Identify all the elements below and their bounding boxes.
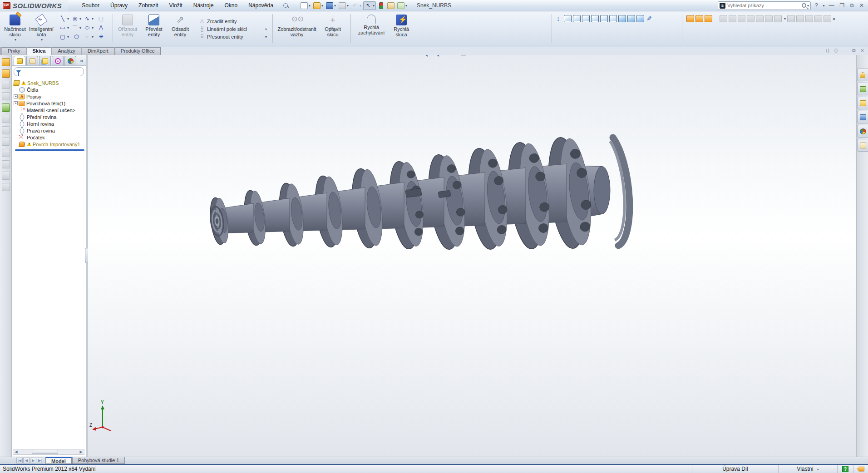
ellipse-icon[interactable]: ⬭ — [84, 25, 90, 31]
undo-button[interactable]: ↶▾ — [350, 2, 362, 10]
planar-surface-icon[interactable] — [2, 138, 10, 146]
cascade-button[interactable]: ⧉ — [848, 2, 855, 9]
rebuild-button[interactable] — [377, 2, 385, 10]
view-iso-icon[interactable] — [618, 15, 626, 22]
quick-snaps-button[interactable]: Rychlá zachytávání — [353, 13, 390, 45]
new-document-button[interactable]: ▾ — [300, 2, 311, 10]
scroll-right-icon[interactable]: ▶ — [78, 450, 84, 454]
close-button[interactable]: ✕ — [858, 2, 865, 9]
model-tab-model[interactable]: Model — [45, 457, 72, 464]
knit-surface-icon[interactable] — [2, 172, 10, 180]
point-icon[interactable]: ✳ — [98, 34, 104, 40]
last-tab-icon[interactable]: ▶| — [37, 458, 43, 463]
smart-dimension-button[interactable]: Inteligentní kóta ▾ — [28, 13, 54, 45]
tree-item-prav-rovina[interactable]: Pravá rovina — [14, 127, 86, 134]
quick-tips-icon[interactable]: ? — [842, 466, 848, 472]
model-tab-pohybová-studie-1[interactable]: Pohybová studie 1 — [72, 457, 125, 464]
prev-tab-icon[interactable]: ◀ — [23, 458, 30, 463]
tree-item-horn-rovina[interactable]: Horní rovina — [14, 120, 86, 127]
tab-skica[interactable]: Skica — [27, 47, 52, 55]
tree-item-snek-nurbs[interactable]: Snek_NURBS — [14, 79, 86, 86]
spline-icon[interactable]: ∿ — [84, 15, 90, 22]
circle-icon[interactable]: ◎ — [72, 15, 78, 22]
task-pane-home[interactable] — [857, 69, 868, 81]
task-pane-view-palette[interactable] — [857, 111, 868, 123]
help-caret-icon[interactable]: ▾ — [823, 4, 825, 8]
save-caret-icon[interactable]: ▾ — [334, 4, 336, 8]
rectangle-icon[interactable]: ▭ — [59, 25, 66, 31]
view-settings-icon[interactable]: ▾ — [527, 55, 535, 56]
line-icon[interactable]: ╲ — [59, 15, 66, 22]
tab-prvky[interactable]: Prvky — [2, 47, 26, 55]
select-region-icon[interactable]: ⬚ — [98, 15, 104, 22]
trim-entities-button[interactable]: Oříznout entity — [114, 13, 141, 45]
options-caret-icon[interactable]: ▾ — [405, 4, 407, 8]
runner-icon[interactable] — [805, 15, 813, 22]
zoom-fit-icon[interactable] — [425, 55, 433, 56]
tab-dimxpert[interactable]: DimXpert — [82, 47, 114, 55]
restore-button[interactable]: ❒ — [838, 2, 846, 9]
file-properties-button[interactable] — [386, 2, 395, 10]
ejector-icon[interactable] — [796, 15, 804, 22]
extruded-surface-icon[interactable] — [2, 81, 10, 89]
tree-item-materi-l-nen-ur-en-[interactable]: Materiál <není určen> — [14, 107, 86, 113]
parting-line-icon[interactable] — [705, 15, 712, 22]
cooling-icon[interactable] — [824, 15, 831, 22]
tree-item--idla[interactable]: Čidla — [14, 86, 86, 93]
select-caret-icon[interactable]: ▾ — [373, 4, 375, 8]
freeform-icon[interactable] — [2, 183, 10, 191]
linear-pattern-caret-icon[interactable]: ▾ — [265, 27, 267, 31]
view-cube-left-icon[interactable] — [582, 15, 590, 22]
tree-filter-box[interactable] — [14, 67, 84, 76]
tree-item-povrchov-t-la-1-[interactable]: +Povrchová těla(1) — [14, 100, 86, 107]
smart-dimension-caret-icon[interactable]: ▾ — [41, 38, 43, 42]
polygon-icon[interactable]: ⬡ — [74, 34, 80, 40]
ellipse-caret-icon[interactable]: ▾ — [92, 26, 94, 30]
view-cube-back-icon[interactable] — [573, 15, 581, 22]
view-orientation-icon[interactable]: ▾ — [470, 55, 478, 56]
sketch-button[interactable]: Načrtnout skicu ▾ — [2, 13, 28, 45]
menu-vložit[interactable]: Vložit — [163, 0, 187, 11]
tree-item-povrch-importovan-1[interactable]: Povrch-Importovaný1 — [14, 141, 86, 148]
tree-item-popisy[interactable]: +Popisy — [14, 93, 86, 100]
text-icon[interactable]: A — [98, 25, 104, 31]
fillet-icon[interactable]: ⌐ — [84, 34, 90, 40]
undercut-analysis-icon[interactable] — [695, 15, 703, 22]
boundary-surface-icon[interactable] — [2, 115, 10, 123]
next-tab-icon[interactable]: ▶ — [30, 458, 36, 463]
menu-soubor[interactable]: Soubor — [76, 0, 105, 11]
open-caret-icon[interactable]: ▾ — [321, 4, 323, 8]
gate-icon[interactable] — [814, 15, 822, 22]
sketch-icon[interactable] — [2, 69, 10, 78]
mold-tools-caret-icon[interactable]: ▾ — [784, 17, 786, 21]
graphics-viewport[interactable]: ▾▾○○▾▾▾ Y Z — [88, 55, 856, 457]
cavity-icon[interactable] — [765, 15, 773, 22]
move-entities-button[interactable]: ⠿ Přesunout entity ▾ — [199, 34, 267, 40]
open-button[interactable]: ▾ — [312, 2, 324, 10]
zoom-area-icon[interactable] — [436, 55, 444, 56]
task-pane-file-explorer[interactable] — [857, 97, 868, 109]
circle-caret-icon[interactable]: ▾ — [79, 17, 81, 21]
rollback-bar[interactable] — [15, 149, 84, 151]
pane-right-icon[interactable]: ⟨⟩ — [834, 48, 838, 54]
normal-to-icon[interactable] — [555, 15, 562, 22]
search-caret-icon[interactable]: ▾ — [807, 4, 809, 8]
pane-left-icon[interactable]: ⟨⟩ — [826, 48, 830, 54]
offset-surface-icon[interactable] — [2, 149, 10, 157]
configuration-selector[interactable]: Vlastní▴ — [778, 465, 837, 473]
menu-okno[interactable]: Okno — [219, 0, 243, 11]
task-pane-custom-properties[interactable] — [857, 139, 868, 152]
tab-produkty-office[interactable]: Produkty Office — [115, 47, 161, 55]
display-relations-button[interactable]: ⊙⊙ Zobrazit/odstranit vazby — [275, 13, 319, 45]
insert-folder-icon[interactable] — [720, 15, 727, 22]
pan-icon[interactable] — [448, 55, 456, 56]
task-pane-design-library[interactable] — [857, 83, 868, 95]
menu-nástroje[interactable]: Nástroje — [188, 0, 219, 11]
spline-caret-icon[interactable]: ▾ — [92, 17, 94, 21]
search-pin-icon[interactable] — [282, 2, 290, 9]
sketch-caret-icon[interactable]: ▾ — [15, 38, 16, 42]
doc-restore-icon[interactable]: ⧉ — [852, 48, 856, 54]
toolbar-overflow-icon[interactable]: » — [833, 16, 835, 21]
filled-surface-icon[interactable] — [2, 126, 10, 134]
tree-item-p-edn-rovina[interactable]: Přední rovina — [14, 113, 86, 120]
